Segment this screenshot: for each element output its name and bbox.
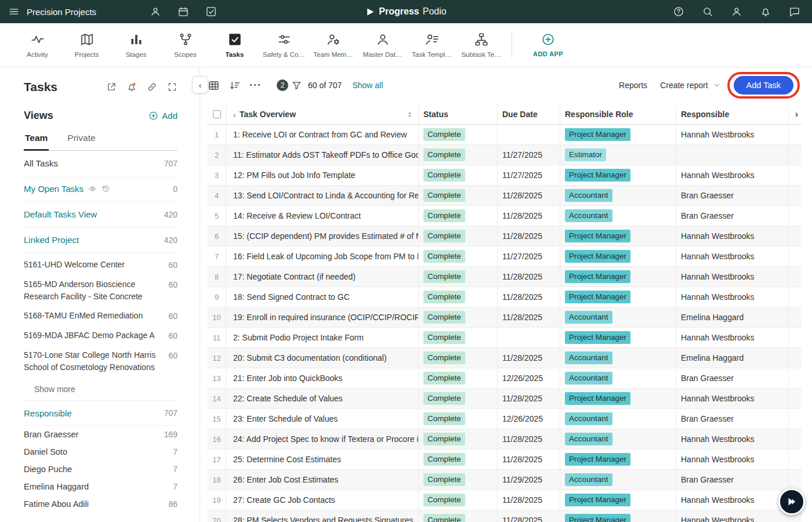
sort-icon[interactable] bbox=[229, 79, 241, 92]
status-cell[interactable]: Complete bbox=[419, 267, 498, 287]
responsible-cell[interactable]: Bran Graesser bbox=[676, 368, 789, 388]
due-date-cell[interactable] bbox=[498, 125, 560, 144]
app-nav-master-dat[interactable]: Master Dat… bbox=[358, 32, 407, 58]
collapse-column-icon[interactable]: ‹ bbox=[233, 110, 236, 119]
task-cell[interactable]: 21: Enter Job into QuickBooks bbox=[226, 368, 419, 388]
role-cell[interactable]: Accountant bbox=[560, 348, 676, 368]
responsible-cell[interactable]: Hannah Westbrooks bbox=[676, 125, 789, 144]
task-cell[interactable]: 24: Add Project Spec to know if Textera … bbox=[226, 429, 419, 449]
my-tasks-check-icon[interactable] bbox=[205, 6, 217, 17]
role-cell[interactable]: Project Manager bbox=[560, 510, 676, 522]
responsible-cell[interactable] bbox=[676, 145, 789, 165]
notifications-icon[interactable] bbox=[760, 6, 771, 17]
add-view-button[interactable]: Add bbox=[148, 111, 177, 121]
linked-project-item[interactable]: 5169-MDA JBFAC Demo Package A60 bbox=[24, 326, 177, 346]
table-view-icon[interactable] bbox=[208, 79, 220, 92]
task-cell[interactable]: 1: Receive LOI or Contract from GC and R… bbox=[226, 125, 419, 144]
due-date-cell[interactable]: 12/26/2025 bbox=[498, 368, 560, 388]
role-cell[interactable]: Accountant bbox=[560, 307, 676, 327]
app-nav-projects[interactable]: Projects bbox=[62, 32, 111, 58]
column-header-status[interactable]: Status bbox=[419, 104, 498, 124]
status-cell[interactable]: Complete bbox=[419, 510, 498, 522]
responsible-cell[interactable]: Hannah Westbrooks bbox=[676, 490, 789, 510]
app-nav-activity[interactable]: Activity bbox=[13, 32, 62, 58]
filter-icon[interactable] bbox=[291, 80, 302, 91]
table-row[interactable]: 112: Submit Podio Project Intake FormCom… bbox=[208, 328, 802, 348]
profile-icon[interactable] bbox=[731, 6, 742, 17]
status-cell[interactable]: Complete bbox=[419, 490, 498, 510]
scroll-columns-right-icon[interactable]: › bbox=[793, 109, 800, 119]
status-cell[interactable]: Complete bbox=[419, 449, 498, 469]
create-report-dropdown[interactable]: Create report bbox=[660, 81, 720, 90]
app-nav-scopes[interactable]: Scopes bbox=[161, 32, 210, 58]
show-all-link[interactable]: Show all bbox=[352, 81, 383, 90]
due-date-cell[interactable]: 11/28/2025 bbox=[498, 267, 560, 287]
task-cell[interactable]: 26: Enter Job Cost Estimates bbox=[226, 470, 419, 490]
help-icon[interactable] bbox=[673, 6, 684, 17]
search-icon[interactable] bbox=[702, 6, 713, 17]
role-cell[interactable]: Accountant bbox=[560, 429, 676, 449]
column-header-responsible-role[interactable]: Responsible Role bbox=[560, 104, 676, 124]
due-date-cell[interactable]: 11/29/2025 bbox=[498, 470, 560, 490]
app-nav-team-mem[interactable]: Team Mem… bbox=[309, 32, 358, 58]
role-cell[interactable]: Accountant bbox=[560, 470, 676, 490]
table-row[interactable]: 1422: Create Schedule of ValuesComplete1… bbox=[208, 389, 802, 409]
tab-team[interactable]: Team bbox=[24, 133, 49, 150]
status-cell[interactable]: Complete bbox=[419, 287, 498, 307]
progress-podio-logo[interactable]: Progress Podio bbox=[365, 0, 446, 23]
task-cell[interactable]: 14: Receive & Review LOI/Contract bbox=[226, 206, 419, 226]
due-date-cell[interactable]: 11/28/2025 bbox=[498, 206, 560, 226]
due-date-cell[interactable]: 11/28/2025 bbox=[498, 389, 560, 408]
responsible-cell[interactable]: Hannah Westbrooks bbox=[676, 287, 789, 307]
calendar-icon[interactable] bbox=[177, 6, 189, 17]
role-cell[interactable]: Project Manager bbox=[560, 226, 676, 246]
status-cell[interactable]: Complete bbox=[419, 165, 498, 185]
table-row[interactable]: 1725: Determine Cost EstimatesComplete11… bbox=[208, 449, 802, 470]
view-responsible[interactable]: Responsible 707 bbox=[24, 400, 177, 426]
role-cell[interactable]: Project Manager bbox=[560, 328, 676, 347]
linked-project-item[interactable]: 5165-MD Anderson Bioscience Research Fac… bbox=[24, 275, 177, 306]
status-cell[interactable]: Complete bbox=[419, 368, 498, 388]
show-more-button[interactable]: Show more bbox=[24, 377, 177, 400]
table-row[interactable]: 817: Negotiate Contract (if needed)Compl… bbox=[208, 267, 802, 287]
table-row[interactable]: 716: Field Leak of Upcoming Job Scope fr… bbox=[208, 246, 802, 267]
task-cell[interactable]: 16: Field Leak of Upcoming Job Scope fro… bbox=[226, 246, 419, 266]
due-date-cell[interactable]: 11/28/2025 bbox=[498, 429, 560, 449]
notifications-bell-icon[interactable] bbox=[126, 82, 137, 92]
linked-project-item[interactable]: 5168-TAMU EnMed Remediation60 bbox=[24, 306, 177, 326]
role-cell[interactable]: Accountant bbox=[560, 368, 676, 388]
table-row[interactable]: 1321: Enter Job into QuickBooksComplete1… bbox=[208, 368, 802, 389]
hamburger-menu-icon[interactable] bbox=[8, 6, 20, 17]
table-row[interactable]: 1220: Submit C3 documentation (condition… bbox=[208, 348, 802, 368]
view-all-tasks[interactable]: All Tasks707 bbox=[24, 151, 177, 176]
status-cell[interactable]: Complete bbox=[419, 206, 498, 226]
add-app-button[interactable]: ADD APP bbox=[521, 32, 575, 57]
table-row[interactable]: 312: PM Fills out Job Info TemplateCompl… bbox=[208, 165, 802, 186]
table-row[interactable]: 1826: Enter Job Cost EstimatesComplete11… bbox=[208, 470, 802, 490]
task-cell[interactable]: 22: Create Schedule of Values bbox=[226, 389, 419, 408]
person-item[interactable]: Emelina Haggard7 bbox=[24, 478, 177, 495]
responsible-cell[interactable]: Hannah Westbrooks bbox=[676, 389, 789, 408]
role-cell[interactable]: Project Manager bbox=[560, 287, 676, 307]
responsible-cell[interactable]: Emelina Haggard bbox=[676, 307, 789, 327]
expand-icon[interactable] bbox=[167, 82, 177, 92]
responsible-cell[interactable]: Bran Graesser bbox=[676, 186, 789, 205]
responsible-cell[interactable]: Hannah Westbrooks bbox=[676, 267, 789, 287]
due-date-cell[interactable]: 11/28/2025 bbox=[498, 348, 560, 368]
column-header-responsible[interactable]: Responsible bbox=[676, 104, 789, 124]
role-cell[interactable]: Accountant bbox=[560, 409, 676, 429]
select-all-checkbox[interactable] bbox=[213, 110, 221, 118]
task-cell[interactable]: 17: Negotiate Contract (if needed) bbox=[226, 267, 419, 287]
responsible-cell[interactable]: Emelina Haggard bbox=[676, 348, 789, 368]
reports-link[interactable]: Reports bbox=[619, 81, 647, 90]
table-row[interactable]: 514: Receive & Review LOI/ContractComple… bbox=[208, 206, 802, 226]
due-date-cell[interactable]: 12/26/2025 bbox=[498, 409, 560, 429]
status-cell[interactable]: Complete bbox=[419, 186, 498, 205]
link-icon[interactable] bbox=[147, 82, 157, 92]
task-cell[interactable]: 15: (CCIP dependent) PM provides Estimat… bbox=[226, 226, 419, 246]
task-cell[interactable]: 13: Send LOI/Contract to Linda & Account… bbox=[226, 186, 419, 205]
linked-project-item[interactable]: 5161-UHD Welcome Center60 bbox=[24, 255, 177, 275]
responsible-cell[interactable]: Bran Graesser bbox=[676, 470, 789, 490]
task-cell[interactable]: 25: Determine Cost Estimates bbox=[226, 449, 419, 469]
due-date-cell[interactable]: 11/28/2025 bbox=[498, 186, 560, 205]
